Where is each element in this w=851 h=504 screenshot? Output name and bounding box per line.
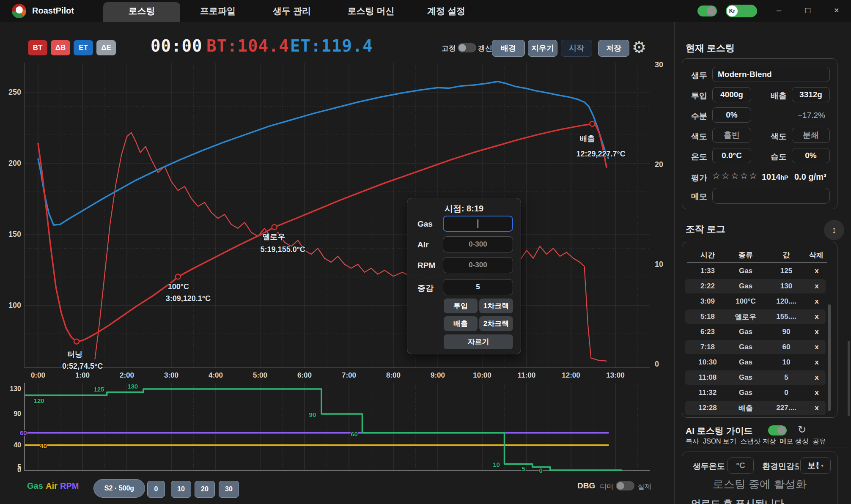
ambient-temp-input[interactable]: 0.0°C — [712, 148, 751, 163]
bean-input[interactable]: Modern-Blend — [712, 67, 830, 82]
refresh-icon[interactable]: ↻ — [798, 424, 806, 436]
ai-guide-toggle-knob — [777, 426, 786, 435]
log-delete-button[interactable]: x — [815, 358, 818, 367]
series-button-delta-b[interactable]: ΔB — [51, 40, 70, 55]
log-sort-button[interactable]: ↕ — [824, 220, 844, 240]
tab-profile[interactable]: 프로파일 — [200, 0, 236, 22]
ai-guide-toggle[interactable] — [768, 425, 787, 436]
svg-text:5: 5 — [17, 463, 21, 471]
log-kind: Gas — [739, 389, 752, 397]
log-delete-button[interactable]: x — [815, 328, 818, 336]
gas-input[interactable] — [443, 216, 513, 232]
close-button[interactable]: × — [834, 5, 839, 15]
log-delete-button[interactable]: x — [815, 282, 818, 290]
log-row: 5:18 옐로우 155.... x — [685, 310, 826, 324]
charge-weight-input[interactable]: 4000g — [712, 87, 751, 102]
pin-refresh-toggle[interactable] — [458, 43, 476, 52]
titlebar: RoastPilot 로스팅 프로파일 생두 관리 로스팅 머신 계정 설정 K… — [0, 0, 851, 22]
maximize-button[interactable]: □ — [805, 5, 810, 15]
log-delete-button[interactable]: x — [815, 312, 818, 321]
tab-account-settings[interactable]: 계정 설정 — [427, 0, 465, 22]
app-logo-icon — [12, 4, 26, 18]
refresh-label: 갱신 — [478, 44, 492, 53]
increment-button-30[interactable]: 30 — [219, 481, 239, 498]
log-delete-button[interactable]: x — [815, 404, 818, 412]
log-delete-button[interactable]: x — [815, 373, 818, 382]
dbg-label: DBG — [577, 481, 595, 490]
svg-text:10:00: 10:00 — [473, 371, 491, 379]
log-time: 6:23 — [700, 328, 715, 336]
popup-title: 시점: 8:19 — [407, 203, 521, 214]
log-kind: Gas — [739, 343, 752, 351]
svg-text:60: 60 — [20, 429, 27, 436]
svg-text:2:00: 2:00 — [120, 371, 134, 379]
ai-link[interactable]: 복사 — [686, 438, 699, 445]
app-name: RoastPilot — [32, 6, 74, 16]
log-time: 7:18 — [700, 343, 715, 351]
color-whole-input[interactable]: 홀빈 — [712, 128, 751, 143]
rpm-label: RPM — [417, 261, 435, 270]
log-kind: Gas — [739, 328, 752, 336]
log-delete-button[interactable]: x — [815, 389, 818, 397]
discharge-event-button[interactable]: 배출 — [444, 316, 478, 331]
increment-button-0[interactable]: 0 — [147, 481, 165, 498]
log-value: 5 — [784, 373, 788, 382]
moisture-input[interactable]: 0% — [712, 107, 751, 123]
rating-stars[interactable]: ☆☆☆☆☆ — [712, 171, 758, 181]
density-value: 0.0 g/m³ — [794, 172, 826, 182]
log-delete-button[interactable]: x — [815, 343, 818, 351]
svg-text:9:00: 9:00 — [431, 371, 445, 379]
chevron-down-icon: ▾ — [821, 463, 824, 468]
svg-text:120: 120 — [34, 397, 44, 404]
save-button[interactable]: 저장 — [598, 40, 629, 57]
sensitivity-dropdown[interactable]: 보통 ▾ — [800, 457, 831, 474]
background-button[interactable]: 배경 — [492, 40, 525, 57]
color-ground-input[interactable]: 분쇄 — [792, 128, 830, 143]
language-badge[interactable]: Kr — [726, 5, 757, 17]
air-input[interactable]: 0-300 — [443, 236, 513, 252]
first-crack-button[interactable]: 1차크랙 — [479, 299, 513, 313]
second-crack-button[interactable]: 2차크랙 — [479, 316, 513, 331]
batch-size-button[interactable]: S2 · 500g — [93, 479, 145, 498]
log-kind: Gas — [739, 358, 752, 367]
sidebar-scrollbar[interactable] — [848, 341, 850, 416]
minimize-button[interactable]: – — [777, 5, 781, 15]
log-delete-button[interactable]: x — [815, 297, 818, 306]
increment-button-10[interactable]: 10 — [171, 481, 191, 498]
humidity-input[interactable]: 0% — [792, 148, 830, 163]
memo-input[interactable] — [712, 188, 830, 204]
start-button[interactable]: 시작 — [561, 40, 592, 57]
series-button-delta-e[interactable]: ΔE — [96, 40, 116, 55]
increment-button-20[interactable]: 20 — [195, 481, 215, 498]
discharge-weight-input[interactable]: 3312g — [792, 87, 830, 102]
log-delete-button[interactable]: x — [815, 267, 818, 275]
rpm-input[interactable]: 0-300 — [443, 257, 513, 273]
tab-roasting[interactable]: 로스팅 — [129, 0, 155, 22]
step-input[interactable]: 5 — [443, 279, 513, 295]
ai-link[interactable]: 공유 — [813, 438, 826, 445]
tab-roasting-machine[interactable]: 로스팅 머신 — [348, 0, 395, 22]
log-scrollbar[interactable] — [828, 304, 831, 411]
series-button-et[interactable]: ET — [74, 40, 93, 55]
dbg-toggle[interactable] — [616, 481, 634, 490]
svg-text:100°C: 100°C — [168, 282, 189, 291]
rating-label: 평가 — [691, 173, 707, 184]
series-button-bt[interactable]: BT — [28, 40, 47, 55]
bean-temp-input[interactable]: °C — [727, 457, 754, 474]
theme-toggle[interactable] — [697, 5, 717, 16]
charge-event-button[interactable]: 투입 — [444, 299, 478, 313]
settings-gear-icon[interactable]: ⚙ — [632, 38, 646, 57]
log-value: 90 — [782, 328, 791, 336]
theme-toggle-knob — [707, 6, 716, 16]
clear-button[interactable]: 지우기 — [528, 40, 557, 57]
ai-link[interactable]: 메모 생성 — [780, 438, 809, 445]
ambient-temp-label: 온도 — [691, 151, 707, 162]
tab-green-beans[interactable]: 생두 관리 — [273, 0, 311, 22]
ai-link[interactable]: JSON 보기 — [703, 438, 736, 445]
real-label: 실제 — [638, 482, 651, 491]
svg-text:30: 30 — [655, 60, 663, 69]
svg-text:옐로우: 옐로우 — [263, 233, 285, 241]
svg-text:3:00: 3:00 — [164, 371, 178, 379]
ai-link[interactable]: 스냅샷 저장 — [740, 438, 776, 445]
cut-button[interactable]: 자르기 — [444, 334, 513, 349]
